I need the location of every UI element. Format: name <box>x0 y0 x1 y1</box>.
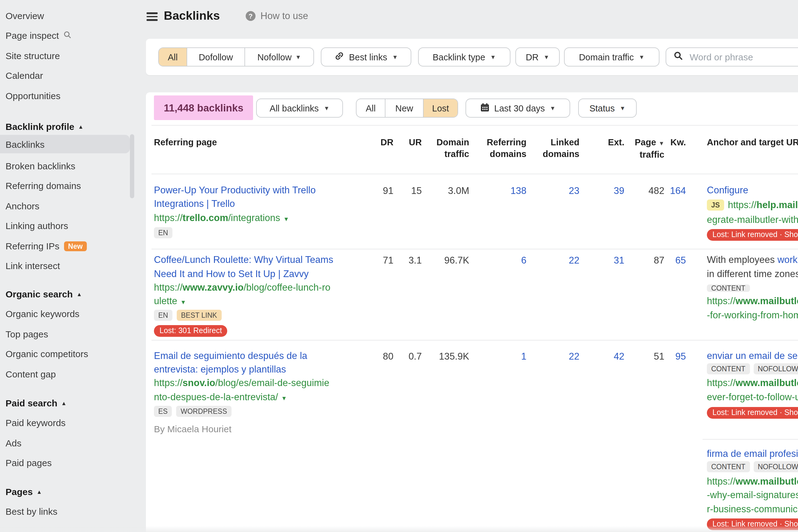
kw-link[interactable]: 164 <box>649 185 686 196</box>
page-badges: ES WORDPRESS <box>154 406 231 417</box>
author-byline: By Micaela Houriet <box>154 424 231 434</box>
column-header-referring-domains[interactable]: Referring domains <box>478 137 527 160</box>
segment-all[interactable]: All <box>357 99 385 117</box>
anchor-target-url: -why-email-signatures-matter-fo <box>707 490 798 500</box>
anchor-target-url: https://www.mailbutler.io <box>707 296 798 307</box>
chevron-down-icon[interactable]: ▼ <box>283 215 289 222</box>
column-header-ext[interactable]: Ext. <box>587 137 624 148</box>
backlink-type-button[interactable]: Backlink type▼ <box>418 48 510 66</box>
sidebar-item-best-by-links[interactable]: Best by links <box>5 506 57 518</box>
search-input[interactable] <box>688 51 796 63</box>
domain-traffic-value: 3.0M <box>426 185 469 196</box>
chevron-down-icon: ▼ <box>544 54 550 60</box>
sidebar-item-page-inspect[interactable]: Page inspect <box>5 30 71 42</box>
domain-traffic-value: 96.7K <box>426 255 469 266</box>
sidebar-item-ads[interactable]: Ads <box>5 437 22 450</box>
content-badge: CONTENT <box>707 284 750 292</box>
anchor-badges: CONTENT NOFOLLOW <box>707 461 798 472</box>
best-links-button[interactable]: Best links▼ <box>321 48 411 66</box>
referring-page-url: ulette▼ <box>154 296 186 307</box>
ext-link[interactable]: 39 <box>587 185 624 196</box>
linked-domains-link[interactable]: 22 <box>536 351 580 362</box>
referring-domains-link[interactable]: 138 <box>483 185 527 196</box>
sidebar-item-top-pages[interactable]: Top pages <box>5 328 48 341</box>
status-button[interactable]: Status▼ <box>578 98 637 118</box>
best-link-badge: BEST LINK <box>177 310 221 321</box>
kw-link[interactable]: 65 <box>649 255 686 266</box>
domain-traffic-filter-button[interactable]: Domain traffic▼ <box>564 48 660 66</box>
domain-traffic-value: 135.9K <box>426 351 469 362</box>
follow-segmented-control: All Dofollow Nofollow▼ <box>158 48 314 66</box>
sidebar-section-backlink-profile[interactable]: Backlink profile▲ <box>5 121 83 133</box>
sidebar-item-content-gap[interactable]: Content gap <box>5 368 56 381</box>
sidebar-item-overview[interactable]: Overview <box>5 10 44 22</box>
sidebar-item-organic-competitors[interactable]: Organic competitors <box>5 348 88 360</box>
sidebar-item-paid-pages[interactable]: Paid pages <box>5 457 52 469</box>
divider <box>151 249 798 249</box>
ext-link[interactable]: 31 <box>587 255 624 266</box>
sidebar-item-broken-backlinks[interactable]: Broken backlinks <box>5 160 75 172</box>
chevron-up-icon: ▲ <box>36 486 42 498</box>
sidebar-item-organic-keywords[interactable]: Organic keywords <box>5 308 79 320</box>
chevron-down-icon[interactable]: ▼ <box>180 299 186 305</box>
filter-dofollow-segment[interactable]: Dofollow <box>187 48 245 66</box>
filter-nofollow-segment[interactable]: Nofollow▼ <box>245 48 314 66</box>
sidebar-item-backlinks[interactable]: Backlinks <box>0 135 130 153</box>
sidebar-item-site-structure[interactable]: Site structure <box>5 50 60 62</box>
anchor-text-link[interactable]: working <box>777 254 798 265</box>
menu-icon[interactable] <box>147 12 158 21</box>
linked-domains-link[interactable]: 22 <box>536 255 580 266</box>
page-title: Backlinks <box>164 8 220 23</box>
column-header-anchor[interactable]: Anchor and target URL <box>707 137 798 148</box>
sidebar-item-paid-keywords[interactable]: Paid keywords <box>5 417 65 429</box>
column-header-domain-traffic[interactable]: Domain traffic <box>426 137 469 160</box>
sidebar-section-organic-search[interactable]: Organic search▲ <box>5 288 82 301</box>
sidebar-item-anchors[interactable]: Anchors <box>5 200 39 212</box>
sidebar-item-calendar[interactable]: Calendar <box>5 70 43 82</box>
column-header-kw[interactable]: Kw. <box>649 137 686 148</box>
scroll-fade <box>0 526 798 532</box>
ext-link[interactable]: 42 <box>587 351 624 362</box>
view-dropdown[interactable]: All backlinks▼ <box>256 98 343 118</box>
column-header-ur[interactable]: UR <box>385 137 422 148</box>
kw-link[interactable]: 95 <box>649 351 686 362</box>
backlinks-count: 11,448 backlinks <box>154 95 253 120</box>
referring-page-link[interactable]: Integrations | Trello <box>154 198 235 209</box>
anchor-badges: CONTENT NOFOLLOW <box>707 363 798 374</box>
how-to-use-link[interactable]: ? How to use <box>246 11 308 22</box>
dr-filter-button[interactable]: DR▼ <box>515 48 560 66</box>
column-header-referring-page[interactable]: Referring page <box>154 137 217 148</box>
sidebar-item-linking-authors[interactable]: Linking authors <box>5 220 68 232</box>
linked-domains-link[interactable]: 23 <box>536 185 580 196</box>
referring-page-link[interactable]: Coffee/Lunch Roulette: Why Virtual Teams <box>154 254 333 265</box>
referring-domains-link[interactable]: 6 <box>483 255 527 266</box>
sidebar-item-link-intersect[interactable]: Link intersect <box>5 260 60 272</box>
chevron-up-icon: ▲ <box>76 288 82 301</box>
divider <box>151 340 798 341</box>
word-or-phrase-search <box>666 48 798 66</box>
search-icon <box>63 30 71 42</box>
sidebar-section-paid-search[interactable]: Paid search▲ <box>5 397 66 410</box>
referring-page-link[interactable]: Need It and How to Set It Up | Zavvy <box>154 268 309 280</box>
segment-lost[interactable]: Lost <box>424 99 457 117</box>
column-header-linked-domains[interactable]: Linked domains <box>536 137 580 160</box>
referring-page-link[interactable]: Power-Up Your Productivity with Trello <box>154 185 316 196</box>
referring-page-url: https://www.zavvy.io/blog/coffee-lunch-r… <box>154 282 330 293</box>
filter-all-segment[interactable]: All <box>159 48 187 66</box>
segment-new[interactable]: New <box>385 99 424 117</box>
sidebar-item-referring-domains[interactable]: Referring domains <box>5 180 81 192</box>
referring-page-link[interactable]: entrevista: ejemplos y plantillas <box>154 364 286 375</box>
referring-domains-link[interactable]: 1 <box>483 351 527 362</box>
ur-value: 3.1 <box>385 255 422 266</box>
js-badge: JS <box>707 200 724 211</box>
lost-status: Lost: Link removed · Show history <box>707 406 798 419</box>
date-range-button[interactable]: Last 30 days▼ <box>466 98 570 118</box>
anchor-target-url: JS https://help.mailbutler.io <box>707 200 798 211</box>
sidebar-item-opportunities[interactable]: Opportunities <box>5 90 60 102</box>
referring-page-link[interactable]: Email de seguimiento después de la <box>154 350 307 361</box>
chevron-down-icon: ▼ <box>324 105 329 111</box>
sidebar-section-pages[interactable]: Pages▲ <box>5 486 42 498</box>
sidebar-item-referring-ips[interactable]: Referring IPs New <box>5 240 87 252</box>
chevron-down-icon[interactable]: ▼ <box>281 395 287 401</box>
sidebar-scrollbar-thumb[interactable] <box>130 134 134 198</box>
